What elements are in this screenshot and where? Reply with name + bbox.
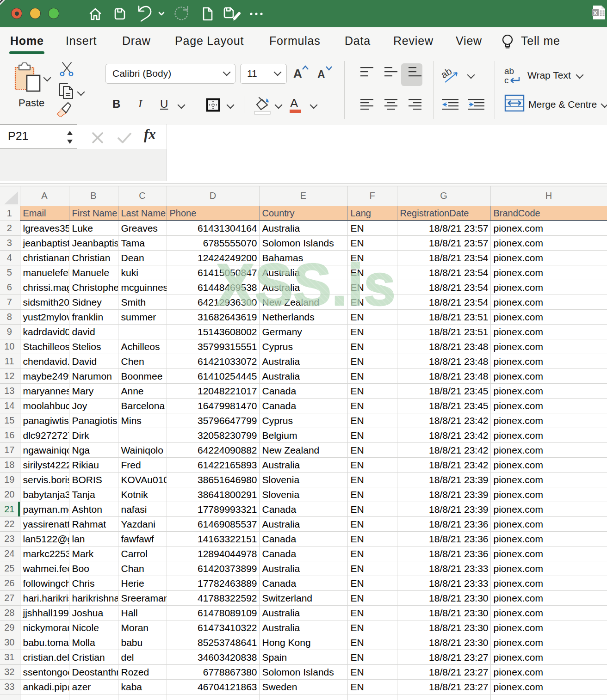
svg-text:ab: ab <box>504 67 514 76</box>
svg-text:ab: ab <box>440 66 453 80</box>
svg-text:c: c <box>504 75 509 85</box>
svg-text:X: X <box>593 10 597 17</box>
